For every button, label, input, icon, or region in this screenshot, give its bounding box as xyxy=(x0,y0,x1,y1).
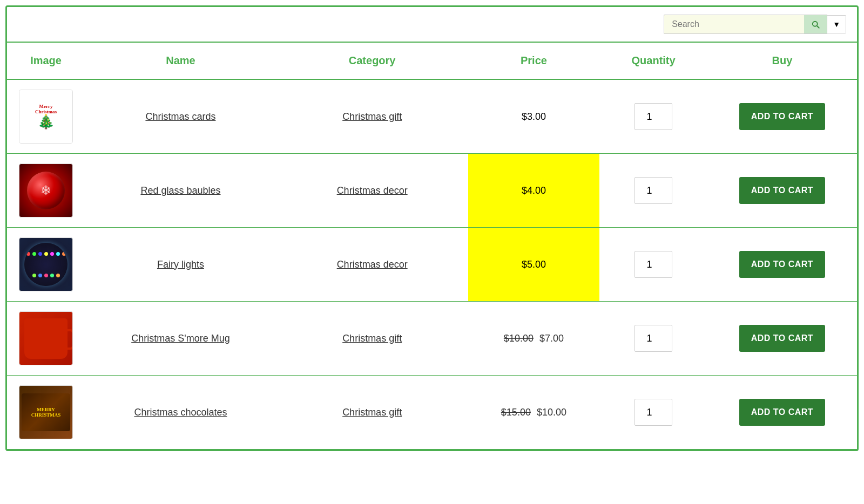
product-image-cell: MerryChristmas 🎄 xyxy=(7,79,85,154)
column-header-image: Image xyxy=(7,43,85,79)
table-row: Fairy lights Christmas decor $5.00 ADD T… xyxy=(7,228,857,302)
column-header-quantity: Quantity xyxy=(599,43,707,79)
product-category-link[interactable]: Christmas gift xyxy=(342,407,402,418)
product-buy-cell: ADD TO CART xyxy=(707,376,857,449)
product-category-link[interactable]: Christmas gift xyxy=(342,111,402,122)
add-to-cart-button[interactable]: ADD TO CART xyxy=(739,325,825,352)
product-category-link[interactable]: Christmas decor xyxy=(337,259,408,270)
product-category-cell: Christmas gift xyxy=(276,79,468,154)
search-button[interactable] xyxy=(804,15,827,34)
product-quantity-cell xyxy=(599,376,707,449)
product-image-fairy-lights xyxy=(19,237,73,291)
search-dropdown-button[interactable]: ▼ xyxy=(827,15,846,33)
quantity-input[interactable] xyxy=(634,251,672,278)
product-image-baubles xyxy=(19,164,73,217)
product-image-christmas-cards: MerryChristmas 🎄 xyxy=(19,90,73,144)
product-category-cell: Christmas gift xyxy=(276,302,468,376)
page-container: ▼ Image Name Category Price Quantity Buy… xyxy=(5,5,859,451)
product-price-cell: $3.00 xyxy=(468,79,600,154)
product-image-cell xyxy=(7,154,85,228)
table-row: MERRYCHRISTMAS Christmas chocolates Chri… xyxy=(7,376,857,449)
product-name-link[interactable]: Red glass baubles xyxy=(140,185,220,196)
quantity-input[interactable] xyxy=(634,103,672,130)
table-row: Red glass baubles Christmas decor $4.00 … xyxy=(7,154,857,228)
search-icon xyxy=(811,19,820,29)
product-price-cell: $4.00 xyxy=(468,154,600,228)
product-image-mug xyxy=(19,311,73,365)
header: ▼ xyxy=(7,7,857,43)
product-quantity-cell xyxy=(599,302,707,376)
product-name-link[interactable]: Christmas S'more Mug xyxy=(131,333,230,344)
product-quantity-cell xyxy=(599,228,707,302)
table-row: MerryChristmas 🎄 Christmas cards Christm… xyxy=(7,79,857,154)
quantity-input[interactable] xyxy=(634,399,672,426)
product-price: $5.00 xyxy=(522,259,546,270)
product-name-cell: Christmas cards xyxy=(85,79,276,154)
product-price-sale: $10.00 xyxy=(537,407,566,418)
product-category-cell: Christmas decor xyxy=(276,228,468,302)
column-header-category: Category xyxy=(276,43,468,79)
product-price-cell: $10.00 $7.00 xyxy=(468,302,600,376)
quantity-input[interactable] xyxy=(634,177,672,204)
products-table: Image Name Category Price Quantity Buy M… xyxy=(7,43,857,449)
add-to-cart-button[interactable]: ADD TO CART xyxy=(739,399,825,426)
product-name-link[interactable]: Christmas cards xyxy=(145,111,215,122)
product-image-cell: MERRYCHRISTMAS xyxy=(7,376,85,449)
product-buy-cell: ADD TO CART xyxy=(707,79,857,154)
product-price-original: $15.00 xyxy=(501,407,531,418)
search-container: ▼ xyxy=(664,15,846,34)
product-buy-cell: ADD TO CART xyxy=(707,228,857,302)
product-image-cell xyxy=(7,302,85,376)
product-price: $3.00 xyxy=(522,111,546,122)
add-to-cart-button[interactable]: ADD TO CART xyxy=(739,103,825,130)
product-category-link[interactable]: Christmas gift xyxy=(342,333,402,344)
product-buy-cell: ADD TO CART xyxy=(707,154,857,228)
product-price-original: $10.00 xyxy=(504,333,534,344)
quantity-input[interactable] xyxy=(634,325,672,352)
product-name-link[interactable]: Christmas chocolates xyxy=(134,407,227,418)
product-price: $4.00 xyxy=(522,185,546,196)
product-price-sale: $7.00 xyxy=(539,333,564,344)
product-name-cell: Fairy lights xyxy=(85,228,276,302)
add-to-cart-button[interactable]: ADD TO CART xyxy=(739,177,825,204)
column-header-buy: Buy xyxy=(707,43,857,79)
product-quantity-cell xyxy=(599,79,707,154)
product-category-cell: Christmas decor xyxy=(276,154,468,228)
product-image-chocolates: MERRYCHRISTMAS xyxy=(19,385,73,439)
product-name-cell: Christmas S'more Mug xyxy=(85,302,276,376)
column-header-name: Name xyxy=(85,43,276,79)
product-buy-cell: ADD TO CART xyxy=(707,302,857,376)
product-name-cell: Red glass baubles xyxy=(85,154,276,228)
product-category-cell: Christmas gift xyxy=(276,376,468,449)
product-price-cell: $15.00 $10.00 xyxy=(468,376,600,449)
product-category-link[interactable]: Christmas decor xyxy=(337,185,408,196)
column-header-price: Price xyxy=(468,43,600,79)
add-to-cart-button[interactable]: ADD TO CART xyxy=(739,251,825,278)
product-price-cell: $5.00 xyxy=(468,228,600,302)
table-row: Christmas S'more Mug Christmas gift $10.… xyxy=(7,302,857,376)
product-image-cell xyxy=(7,228,85,302)
product-name-cell: Christmas chocolates xyxy=(85,376,276,449)
product-name-link[interactable]: Fairy lights xyxy=(157,259,204,270)
product-quantity-cell xyxy=(599,154,707,228)
search-input[interactable] xyxy=(664,15,804,34)
